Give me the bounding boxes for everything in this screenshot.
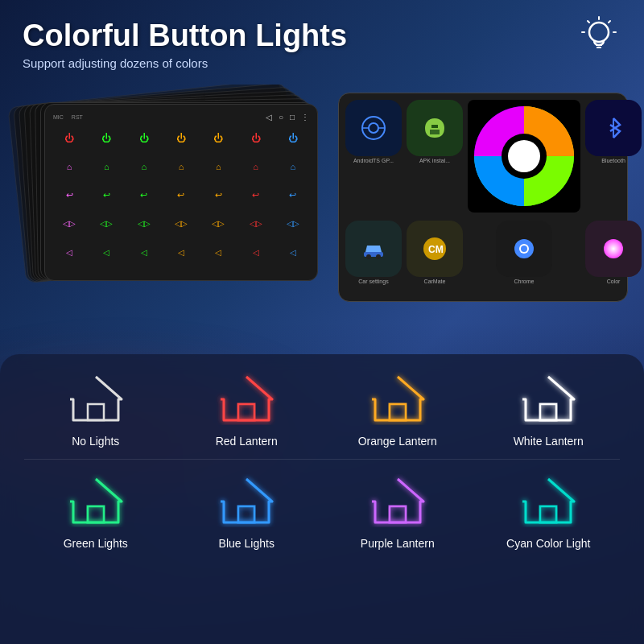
- mic-label: RST: [72, 114, 83, 120]
- cyan-light-label: Cyan Color Light: [506, 537, 590, 550]
- btn-cell: ◁: [52, 243, 87, 261]
- no-lights-icon: [64, 370, 128, 427]
- app-color[interactable]: [585, 221, 642, 277]
- svg-rect-34: [390, 506, 406, 522]
- no-lights-label: No Lights: [72, 435, 119, 448]
- svg-point-12: [431, 121, 434, 124]
- white-lantern-icon: [516, 370, 580, 427]
- orange-lantern-icon: [365, 370, 430, 427]
- svg-rect-28: [88, 404, 104, 420]
- btn-cell: ◁: [163, 243, 199, 261]
- btn-cell: ↩: [200, 187, 236, 204]
- svg-point-25: [521, 246, 527, 252]
- svg-point-19: [366, 254, 371, 259]
- btn-cell: ↩: [237, 187, 273, 204]
- bulb-icon: [578, 16, 620, 58]
- app-androidts[interactable]: [345, 100, 402, 156]
- btn-cell: ⏻: [200, 130, 236, 147]
- light-item-purple[interactable]: Purple Lantern: [326, 473, 469, 550]
- page-title: Colorful Button Lights: [23, 19, 621, 53]
- green-lights-label: Green Lights: [64, 537, 128, 550]
- btn-cell: ⌂: [126, 158, 162, 175]
- btn-cell: ⌂: [52, 158, 87, 175]
- lights-row-1: No Lights Red Lantern Orange Lantern: [24, 370, 620, 448]
- header: Colorful Button Lights Support adjusting…: [0, 0, 644, 76]
- app-color-wheel[interactable]: [468, 100, 580, 213]
- svg-rect-29: [238, 404, 254, 420]
- light-item-no-lights[interactable]: No Lights: [24, 370, 167, 448]
- app-apk[interactable]: [407, 100, 463, 156]
- svg-rect-35: [540, 506, 556, 522]
- recents-icon: □: [290, 113, 295, 122]
- red-lantern-icon: [214, 370, 279, 427]
- nav-icons: ◁ ○ □ ⋮: [266, 113, 309, 122]
- app-chrome[interactable]: [496, 221, 552, 277]
- svg-rect-32: [88, 506, 104, 522]
- main-screen: AndroidTS GP... APK instal...: [338, 93, 628, 302]
- device-area: ⏻⏻⏻⏻⏻⏻⏻ ⌂⌂⌂⌂⌂⌂⌂ ↩↩↩↩↩↩↩ ◁◁▷◁▷◁▷◁▷◁▷◁▷ ◁◁…: [0, 85, 644, 310]
- buttons-grid: ⏻ ⏻ ⏻ ⏻ ⏻ ⏻ ⏻ ⌂ ⌂ ⌂ ⌂ ⌂ ⌂ ⌂ ↩: [50, 126, 312, 274]
- btn-cell: ◁▷: [52, 215, 87, 233]
- btn-cell: ◁: [126, 243, 162, 261]
- page: Colorful Button Lights Support adjusting…: [0, 0, 644, 644]
- orange-lantern-label: Orange Lantern: [358, 435, 437, 448]
- svg-rect-30: [390, 404, 406, 420]
- svg-point-26: [604, 239, 623, 258]
- app-grid: AndroidTS GP... APK instal...: [345, 100, 621, 284]
- menu-icon: ⋮: [301, 113, 309, 122]
- light-item-white[interactable]: White Lantern: [477, 370, 621, 448]
- blue-lights-icon: [214, 473, 279, 529]
- purple-lantern-icon: [365, 473, 430, 529]
- btn-cell: ⏻: [126, 130, 162, 147]
- page-subtitle: Support adjusting dozens of colors: [23, 56, 621, 70]
- btn-cell: ◁: [275, 243, 311, 261]
- btn-cell: ↩: [163, 187, 199, 204]
- svg-point-16: [508, 140, 540, 172]
- screen-front: MIC RST ◁ ○ □ ⋮ ⏻ ⏻ ⏻: [44, 104, 318, 281]
- btn-cell: ⏻: [163, 130, 199, 147]
- btn-cell: ⌂: [275, 158, 311, 175]
- svg-point-13: [436, 121, 439, 124]
- app-bluetooth[interactable]: [585, 100, 642, 156]
- home-icon: ○: [279, 113, 283, 122]
- app-chrome-label: Chrome: [514, 279, 535, 284]
- btn-cell: ◁▷: [126, 215, 162, 233]
- btn-cell: ⏻: [275, 130, 311, 147]
- light-item-blue[interactable]: Blue Lights: [175, 473, 319, 550]
- app-car-settings-label: Car settings: [358, 279, 388, 284]
- app-apk-label: APK instal...: [419, 158, 450, 163]
- app-androidts-label: AndroidTS GP...: [353, 158, 394, 163]
- light-item-green[interactable]: Green Lights: [24, 473, 167, 550]
- btn-cell: ⌂: [89, 158, 124, 175]
- btn-cell: ◁▷: [89, 215, 124, 233]
- svg-rect-31: [540, 404, 556, 420]
- red-lantern-label: Red Lantern: [216, 435, 278, 448]
- btn-cell: ⏻: [237, 130, 273, 147]
- svg-line-6: [588, 21, 589, 23]
- btn-cell: ⌂: [200, 158, 236, 175]
- app-car-settings[interactable]: [345, 221, 402, 277]
- blue-lights-label: Blue Lights: [219, 537, 275, 550]
- mic-labels: MIC RST: [53, 114, 83, 120]
- back-icon: ◁: [266, 113, 272, 122]
- btn-cell: ⏻: [89, 130, 124, 147]
- btn-cell: ↩: [275, 187, 311, 204]
- svg-line-4: [609, 21, 610, 23]
- light-item-red[interactable]: Red Lantern: [175, 370, 319, 448]
- app-carmate-label: CarMate: [424, 279, 446, 284]
- app-carmate[interactable]: CM: [407, 221, 463, 277]
- app-bluetooth-label: Bluetooth: [601, 158, 625, 163]
- svg-point-0: [589, 23, 609, 42]
- row-divider: [24, 459, 620, 460]
- svg-point-20: [376, 254, 381, 259]
- light-item-cyan[interactable]: Cyan Color Light: [477, 473, 621, 550]
- btn-cell: ◁▷: [275, 215, 311, 233]
- btn-cell: ◁: [89, 243, 124, 261]
- btn-cell: ↩: [52, 187, 87, 204]
- svg-rect-33: [238, 506, 254, 522]
- screens-stack: ⏻⏻⏻⏻⏻⏻⏻ ⌂⌂⌂⌂⌂⌂⌂ ↩↩↩↩↩↩↩ ◁◁▷◁▷◁▷◁▷◁▷◁▷ ◁◁…: [16, 93, 322, 294]
- btn-cell: ◁: [237, 243, 273, 261]
- white-lantern-label: White Lantern: [514, 435, 584, 448]
- btn-cell: ↩: [126, 187, 162, 204]
- light-item-orange[interactable]: Orange Lantern: [326, 370, 469, 448]
